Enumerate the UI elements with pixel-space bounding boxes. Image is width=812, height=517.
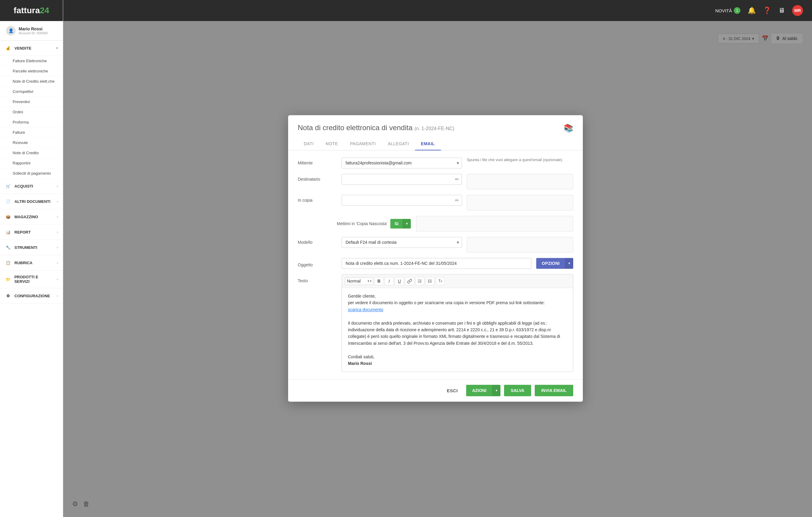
attachment-box-3 (416, 216, 573, 232)
style-select[interactable]: Normal Heading 1 Heading 2 (345, 277, 373, 285)
sidebar-section-header-rubrica[interactable]: 📋 RUBRICA › (0, 255, 63, 271)
sidebar-section-vendite: 💰 VENDITE ▾ Fatture Elettroniche Parcell… (0, 40, 63, 179)
bold-button[interactable]: B (374, 277, 383, 285)
mittente-select-wrapper: fattura24professionista@gmail.com (342, 157, 462, 168)
sidebar-sub-item-note-credito[interactable]: Note di Credito (0, 148, 63, 158)
strumenti-chevron: › (57, 246, 58, 249)
azioni-button[interactable]: AZIONI (466, 385, 492, 396)
sidebar-section-header-prodotti[interactable]: 📁 PRODOTTI E SERVIZI › (0, 271, 63, 288)
in-copia-input[interactable] (342, 195, 462, 206)
strumenti-label: STRUMENTI (14, 245, 37, 250)
sidebar-section-report: 📊 REPORT › (0, 224, 63, 240)
sidebar-sub-item-solleciti[interactable]: Solleciti di pagamento (0, 168, 63, 179)
sidebar-section-configurazione: ⚙ CONFIGURAZIONE › (0, 288, 63, 304)
sidebar-section-rubrica: 📋 RUBRICA › (0, 255, 63, 271)
oggetto-input-wrap (342, 258, 531, 269)
edit-icon-incopia[interactable]: ✏ (455, 197, 459, 203)
azioni-arrow-button[interactable]: ▾ (492, 385, 500, 396)
prodotti-label: PRODOTTI E SERVIZI (14, 275, 54, 284)
modal-body: Mittente fattura24professionista@gmail.c… (288, 150, 583, 379)
sidebar-section-header-altri[interactable]: 📄 ALTRI DOCUMENTI › (0, 194, 63, 209)
report-label: REPORT (14, 230, 31, 235)
sidebar-sub-item-note-credito-elett[interactable]: Note di Credito elett.che (0, 77, 63, 87)
link-button[interactable] (405, 277, 414, 285)
email-line7: Mario Rossi (348, 361, 372, 366)
toggle-si-button[interactable]: Si (390, 219, 403, 229)
tab-allegati[interactable]: ALLEGATI (382, 138, 415, 150)
oggetto-row: Oggetto OPZIONI ▾ (298, 258, 573, 269)
modal-header: Nota di credito elettronica di vendita (… (288, 115, 583, 133)
sidebar-section-header-configurazione[interactable]: ⚙ CONFIGURAZIONE › (0, 288, 63, 304)
sidebar-section-prodotti: 📁 PRODOTTI E SERVIZI › (0, 271, 63, 288)
logo-num: 24 (40, 6, 49, 15)
tab-pagamenti[interactable]: PAGAMENTI (344, 138, 382, 150)
sidebar-sub-item-fatture[interactable]: Fatture (0, 127, 63, 138)
mittente-label: Mittente (298, 157, 337, 165)
email-line6: Cordiali saluti, (348, 354, 567, 360)
user-avatar[interactable]: MR (792, 5, 803, 16)
novita-section: NOVITÀ 1 (715, 7, 741, 14)
help-icon[interactable]: ❓ (763, 7, 771, 14)
bell-icon[interactable]: 🔔 (748, 7, 756, 14)
edit-icon-destinatario[interactable]: ✏ (455, 177, 459, 182)
modello-select[interactable]: Default F24 mail di cortesia (342, 237, 462, 248)
sidebar-sub-item-corrispettivi[interactable]: Corrispettivi (0, 87, 63, 97)
sidebar-sub-item-parcelle[interactable]: Parcelle elettroniche (0, 66, 63, 77)
testo-label: Testo (298, 274, 337, 283)
sidebar-sub-item-rapportini[interactable]: Rapportini (0, 158, 63, 168)
email-link[interactable]: scarica documento (348, 307, 383, 312)
editor-toolbar: Normal Heading 1 Heading 2 B I U (342, 274, 573, 288)
altri-icon: 📄 (5, 198, 11, 205)
book-icon[interactable]: 📚 (563, 124, 573, 133)
salva-button[interactable]: SALVA (504, 385, 531, 396)
opzioni-button[interactable]: OPZIONI (536, 258, 565, 269)
sidebar-section-header-vendite[interactable]: 💰 VENDITE ▾ (0, 40, 63, 56)
opzioni-arrow-button[interactable]: ▾ (565, 258, 573, 269)
modal-tabs: DATI NOTE PAGAMENTI ALLEGATI EMAIL (288, 138, 583, 150)
sidebar-user: 👤 Mario Rossi Account ID: 000000 (0, 21, 63, 40)
sidebar-sub-item-ricevute[interactable]: Ricevute (0, 138, 63, 148)
novita-badge[interactable]: 1 (734, 7, 741, 14)
opzioni-group: OPZIONI ▾ (536, 258, 573, 269)
rubrica-icon: 📋 (5, 260, 11, 266)
modello-select-wrapper: Default F24 mail di cortesia (342, 237, 462, 248)
in-copia-input-wrapper: ✏ (342, 195, 462, 206)
clear-format-button[interactable]: Tx (436, 277, 445, 285)
tab-note[interactable]: NOTE (320, 138, 344, 150)
acquisti-label: ACQUISTI (14, 184, 33, 188)
destinatario-input[interactable] (342, 174, 462, 185)
italic-button[interactable]: I (385, 277, 394, 285)
editor-wrap: Normal Heading 1 Heading 2 B I U (342, 274, 573, 372)
esci-button[interactable]: ESCI (442, 385, 463, 396)
sidebar-sub-item-ordini[interactable]: Ordini (0, 107, 63, 117)
attachment-box-1 (467, 174, 573, 189)
tab-dati[interactable]: DATI (298, 138, 320, 150)
toggle-arrow-button[interactable]: ▾ (403, 219, 411, 229)
underline-button[interactable]: U (395, 277, 404, 285)
magazzino-icon: 📦 (5, 213, 11, 220)
sidebar-sub-item-preventivi[interactable]: Preventivi (0, 97, 63, 107)
sidebar-section-header-strumenti[interactable]: 🔧 STRUMENTI › (0, 240, 63, 255)
mittente-select[interactable]: fattura24professionista@gmail.com (342, 157, 462, 168)
oggetto-input[interactable] (342, 258, 531, 269)
sidebar-sub-item-proforma[interactable]: Proforma (0, 117, 63, 127)
user-name: Mario Rossi (19, 26, 48, 31)
destinatario-row: Destinatario ✏ (298, 174, 573, 189)
ordered-list-button[interactable] (415, 277, 424, 285)
sidebar-section-header-magazzino[interactable]: 📦 MAGAZZINO › (0, 209, 63, 224)
logo[interactable]: fattura24 (0, 0, 63, 21)
sidebar-section-header-report[interactable]: 📊 REPORT › (0, 224, 63, 240)
sidebar-section-header-acquisti[interactable]: 🛒 ACQUISTI › (0, 179, 63, 194)
magazzino-label: MAGAZZINO (14, 215, 38, 219)
unordered-list-button[interactable] (426, 277, 435, 285)
display-icon[interactable]: 🖥 (778, 7, 785, 14)
tab-email[interactable]: EMAIL (415, 138, 441, 150)
in-copia-row: In copia ✏ (298, 195, 573, 210)
destinatario-control: ✏ (342, 174, 462, 185)
rubrica-label: RUBRICA (14, 261, 32, 265)
sidebar-section-acquisti: 🛒 ACQUISTI › (0, 179, 63, 194)
editor-content[interactable]: Gentile cliente, per vedere il documento… (342, 288, 573, 371)
modal-title-sub: (n. 1-2024-FE-NC) (414, 126, 454, 131)
invia-email-button[interactable]: INVIA EMAIL (535, 385, 573, 396)
sidebar-sub-item-fatture-elettroniche[interactable]: Fatture Elettroniche (0, 56, 63, 66)
